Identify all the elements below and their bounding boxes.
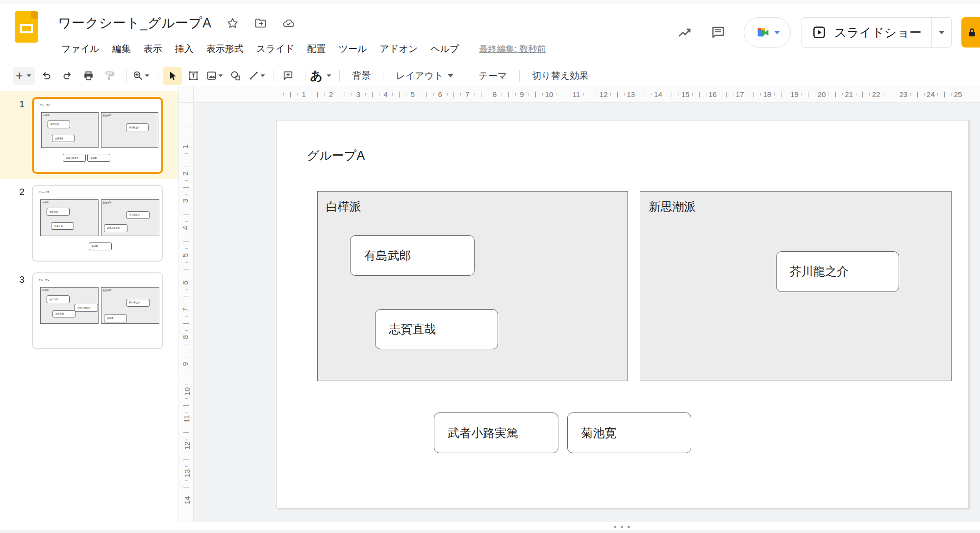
group-box[interactable]: 白樺派: [317, 191, 628, 381]
ruler-tick: [835, 92, 836, 97]
ruler-tick: [842, 93, 843, 96]
h-ruler-number: 24: [927, 90, 935, 98]
ruler-tick: [183, 215, 189, 215]
background-button[interactable]: 背景: [345, 67, 378, 85]
meet-button[interactable]: [744, 17, 791, 48]
zoom-button[interactable]: [132, 67, 151, 85]
slide-thumbnail-3[interactable]: グループC白樺派新思潮派有島武郎武者小路実篤志賀直哉芥川龍之介菊池寛: [32, 272, 163, 349]
ruler-tick: [379, 93, 379, 96]
cloud-saved-icon[interactable]: [282, 17, 295, 30]
zoom-dropdown-caret[interactable]: [145, 74, 150, 77]
menu-item-10[interactable]: ヘルプ: [424, 42, 465, 56]
slide-thumbnail-2[interactable]: グループB白樺派新思潮派有島武郎志賀直哉芥川龍之介武者小路実篤菊池寛: [32, 185, 163, 262]
text-box-button[interactable]: [184, 67, 203, 85]
paint-format-button[interactable]: [101, 67, 119, 85]
menu-item-9[interactable]: アドオン: [373, 42, 424, 56]
activity-dashboard-icon[interactable]: [677, 24, 693, 40]
ruler-tick: [183, 432, 189, 433]
transition-button[interactable]: 切り替え効果: [525, 67, 596, 85]
menu-item-4[interactable]: 挿入: [169, 42, 200, 56]
ruler-tick: [399, 92, 400, 97]
name-box[interactable]: 芥川龍之介: [776, 251, 899, 292]
document-title[interactable]: ワークシート_グループA: [58, 14, 211, 32]
line-dropdown-caret[interactable]: [260, 74, 265, 77]
ruler-tick: [937, 93, 938, 96]
name-box[interactable]: 志賀直哉: [375, 309, 498, 349]
ruler-tick: [185, 235, 188, 235]
ruler-tick: [185, 385, 188, 385]
ruler-tick: [597, 93, 597, 96]
notes-drag-handle-icon[interactable]: [614, 526, 630, 528]
slide-thumbnail-row-2[interactable]: 2グループB白樺派新思潮派有島武郎志賀直哉芥川龍之介武者小路実篤菊池寛: [0, 179, 178, 266]
ruler-tick: [624, 93, 625, 96]
ruler-tick: [890, 92, 890, 97]
line-tool-button[interactable]: [248, 67, 266, 85]
image-dropdown-caret[interactable]: [218, 74, 223, 77]
ruler-tick: [760, 93, 761, 96]
insert-image-button[interactable]: [205, 67, 224, 85]
layout-button[interactable]: レイアウト: [388, 67, 461, 85]
group-box: 白樺派: [41, 112, 99, 148]
slideshow-button[interactable]: スライドショー: [802, 17, 952, 48]
ruler-tick: [185, 276, 188, 276]
vertical-ruler[interactable]: 1234567891011121314: [179, 103, 194, 522]
slide-thumbnail-row-3[interactable]: 3グループC白樺派新思潮派有島武郎武者小路実篤志賀直哉芥川龍之介菊池寛: [0, 266, 178, 354]
ruler-tick: [283, 93, 284, 96]
move-folder-icon[interactable]: [254, 17, 267, 30]
ruler-tick: [290, 92, 291, 97]
ruler-tick: [502, 93, 502, 96]
ruler-tick: [528, 93, 529, 96]
slide-number: 1: [0, 97, 25, 179]
ruler-tick: [570, 93, 570, 96]
menu-item-6[interactable]: スライド: [250, 42, 301, 56]
theme-button[interactable]: テーマ: [471, 67, 514, 85]
name-box[interactable]: 武者小路実篤: [434, 412, 558, 453]
v-ruler-number: 14: [183, 496, 191, 505]
ruler-tick: [185, 453, 188, 453]
slide-thumbnail-row-1[interactable]: 1グループA白樺派新思潮派有島武郎志賀直哉芥川龍之介武者小路実篤菊池寛: [0, 91, 178, 179]
input-tools-button[interactable]: あ: [310, 67, 332, 85]
v-ruler-number: 9: [181, 362, 189, 366]
horizontal-ruler[interactable]: 1234567891011121314151617181920212223242…: [194, 86, 980, 103]
h-ruler-number: 2: [329, 90, 333, 98]
new-slide-button[interactable]: +: [13, 67, 35, 85]
ruler-tick: [678, 93, 679, 96]
ruler-tick: [726, 92, 727, 97]
menu-item-2[interactable]: 編集: [106, 42, 137, 56]
ruler-tick: [829, 93, 829, 96]
menu-item-1[interactable]: ファイル: [55, 42, 106, 56]
slides-logo-icon[interactable]: [15, 11, 38, 43]
menu-item-8[interactable]: ツール: [332, 42, 374, 56]
name-box[interactable]: 有島武郎: [350, 235, 475, 276]
ruler-tick: [754, 92, 754, 97]
shape-tool-button[interactable]: [226, 67, 245, 85]
slide-canvas-page[interactable]: グループA白樺派新思潮派有島武郎志賀直哉芥川龍之介武者小路実篤菊池寛: [276, 120, 969, 509]
share-button[interactable]: [961, 17, 980, 48]
menu-item-3[interactable]: 表示: [137, 42, 169, 56]
ruler-tick: [185, 167, 188, 167]
slide-filmstrip: 1グループA白樺派新思潮派有島武郎志賀直哉芥川龍之介武者小路実篤菊池寛2グループ…: [0, 86, 179, 522]
select-tool-button[interactable]: [163, 67, 182, 85]
ruler-tick: [733, 93, 733, 96]
star-icon[interactable]: [226, 17, 239, 30]
menu-item-7[interactable]: 配置: [301, 42, 332, 56]
redo-button[interactable]: [58, 67, 77, 85]
insert-comment-button[interactable]: [279, 67, 298, 85]
v-ruler-number: 5: [181, 253, 189, 257]
print-button[interactable]: [79, 67, 98, 85]
slide-title-text[interactable]: グループA: [307, 147, 365, 164]
comment-history-icon[interactable]: [710, 24, 726, 40]
name-box[interactable]: 菊池寛: [567, 412, 691, 453]
ruler-tick: [183, 460, 189, 460]
menu-item-5[interactable]: 表示形式: [200, 42, 250, 56]
ruler-tick: [747, 93, 747, 96]
menu-bar: ファイル編集表示挿入表示形式スライド配置ツールアドオンヘルプ 最終編集: 数秒前: [55, 43, 546, 55]
meet-dropdown-caret[interactable]: [774, 31, 780, 34]
ruler-tick: [815, 93, 815, 96]
speaker-notes-divider: [0, 522, 980, 531]
h-ruler-number: 3: [356, 90, 360, 98]
slideshow-options-caret[interactable]: [931, 17, 951, 48]
last-edit-status[interactable]: 最終編集: 数秒前: [479, 43, 546, 55]
undo-button[interactable]: [37, 67, 56, 85]
slide-thumbnail-1[interactable]: グループA白樺派新思潮派有島武郎志賀直哉芥川龍之介武者小路実篤菊池寛: [32, 97, 163, 174]
